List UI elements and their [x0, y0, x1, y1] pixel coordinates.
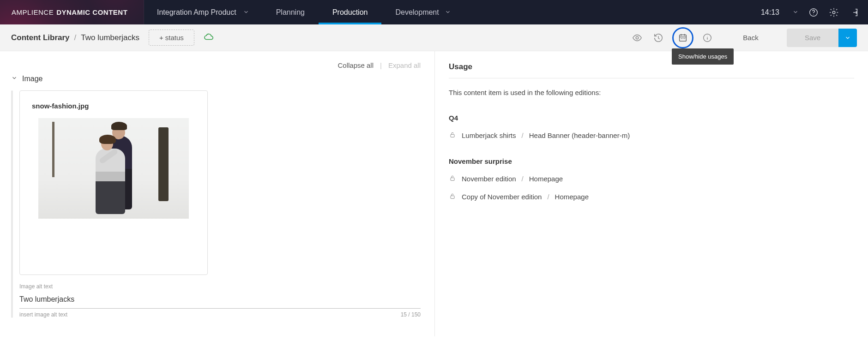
alt-text-under: insert image alt text 15 / 150 — [19, 311, 421, 318]
section-toggle-image[interactable]: Image — [11, 75, 421, 83]
form-pane: Collapse all | Expand all Image snow-fas… — [0, 51, 435, 336]
usage-edition-name: Copy of November edition — [462, 193, 542, 201]
expand-all-button[interactable]: Expand all — [388, 61, 421, 69]
svg-rect-9 — [451, 196, 454, 198]
usages-icon-wrap: Show/hide usages — [672, 27, 693, 48]
svg-rect-8 — [451, 178, 454, 180]
svg-point-6 — [707, 36, 707, 36]
back-button[interactable]: Back — [721, 29, 780, 47]
breadcrumb: Content Library / Two lumberjacks — [11, 33, 139, 42]
topnav-right: 14:13 — [761, 0, 868, 24]
nav-tabs: Planning Production Development — [262, 0, 465, 24]
save-dropdown-button[interactable] — [838, 29, 857, 47]
breadcrumb-root[interactable]: Content Library — [11, 33, 70, 42]
usage-separator: / — [547, 193, 549, 201]
alt-text-input[interactable] — [19, 293, 421, 309]
usage-slot-name: Head Banner (header-banner-m) — [529, 131, 630, 139]
usage-separator: / — [522, 175, 524, 183]
lock-open-icon — [449, 131, 456, 140]
usage-edition-row[interactable]: Lumberjack shirts/Head Banner (header-ba… — [449, 131, 854, 140]
svg-point-2 — [832, 11, 835, 14]
alt-text-char-count: 15 / 150 — [401, 311, 421, 318]
hub-dropdown-label: Integration Amp Product — [157, 8, 236, 17]
collapse-all-button[interactable]: Collapse all — [338, 61, 374, 69]
image-thumbnail — [38, 118, 189, 219]
history-icon[interactable] — [651, 30, 666, 45]
collapse-divider: | — [380, 61, 382, 69]
usage-pane: Usage This content item is used in the f… — [435, 51, 868, 336]
section-body: snow-fashion.jpg Image alt text — [11, 90, 421, 318]
gear-icon[interactable] — [828, 7, 839, 18]
tab-development[interactable]: Development — [381, 0, 464, 24]
chevron-down-icon — [11, 75, 18, 83]
usage-edition-row[interactable]: November edition/Homepage — [449, 174, 854, 183]
section-title: Image — [22, 75, 42, 83]
alt-text-field: Image alt text insert image alt text 15 … — [19, 283, 421, 318]
subheader: Content Library / Two lumberjacks + stat… — [0, 24, 868, 51]
alt-text-placeholder-hint: insert image alt text — [19, 311, 67, 318]
add-status-button[interactable]: + status — [149, 30, 194, 46]
collapse-controls: Collapse all | Expand all — [11, 61, 421, 69]
breadcrumb-item: Two lumberjacks — [81, 33, 139, 42]
hub-dropdown[interactable]: Integration Amp Product — [144, 0, 262, 24]
help-icon[interactable] — [808, 7, 819, 18]
usage-slot-name: Homepage — [529, 175, 563, 183]
brand-word1: AMPLIENCE — [12, 8, 54, 16]
chevron-down-icon — [792, 9, 799, 17]
usage-group-name: November surprise — [449, 157, 854, 165]
svg-point-3 — [636, 36, 639, 39]
usage-edition-name: November edition — [462, 175, 516, 183]
lock-open-icon — [449, 192, 456, 201]
svg-rect-4 — [680, 35, 687, 41]
tab-production[interactable]: Production — [319, 0, 382, 24]
chevron-down-icon — [243, 9, 249, 17]
tab-planning[interactable]: Planning — [262, 0, 319, 24]
usage-groups: Q4Lumberjack shirts/Head Banner (header-… — [449, 114, 854, 201]
brand-logo: AMPLIENCE DYNAMIC CONTENT — [0, 0, 144, 24]
preview-icon[interactable] — [630, 30, 645, 45]
brand-word2: DYNAMIC CONTENT — [56, 8, 127, 16]
save-button[interactable]: Save — [787, 29, 838, 47]
svg-rect-7 — [451, 134, 454, 137]
alt-text-label: Image alt text — [19, 283, 421, 290]
usages-icon[interactable] — [672, 27, 693, 48]
lock-open-icon — [449, 174, 456, 183]
image-filename: snow-fashion.jpg — [32, 102, 195, 110]
main: Collapse all | Expand all Image snow-fas… — [0, 51, 868, 336]
logout-icon[interactable] — [849, 7, 860, 18]
usage-description: This content item is used in the followi… — [449, 89, 854, 96]
time-dropdown[interactable]: 14:13 — [761, 8, 799, 17]
usage-edition-name: Lumberjack shirts — [462, 131, 516, 139]
cloud-sync-icon — [204, 33, 214, 42]
field-stack: snow-fashion.jpg Image alt text — [19, 90, 421, 318]
save-button-group: Save — [787, 29, 857, 47]
usage-separator: / — [522, 131, 524, 139]
usages-tooltip: Show/hide usages — [672, 48, 734, 65]
image-card[interactable]: snow-fashion.jpg — [19, 90, 208, 275]
chevron-down-icon — [445, 9, 451, 17]
subheader-actions: Show/hide usages Back Save — [630, 27, 857, 48]
usage-slot-name: Homepage — [555, 193, 589, 201]
breadcrumb-separator: / — [74, 33, 77, 42]
usage-heading: Usage — [449, 62, 854, 78]
tab-development-label: Development — [395, 8, 439, 17]
usage-group-name: Q4 — [449, 114, 854, 122]
clock-time: 14:13 — [761, 8, 779, 17]
usage-edition-row[interactable]: Copy of November edition/Homepage — [449, 192, 854, 201]
section-indicator — [11, 90, 13, 318]
info-icon[interactable] — [700, 30, 715, 45]
svg-point-1 — [813, 14, 814, 15]
top-nav: AMPLIENCE DYNAMIC CONTENT Integration Am… — [0, 0, 868, 24]
